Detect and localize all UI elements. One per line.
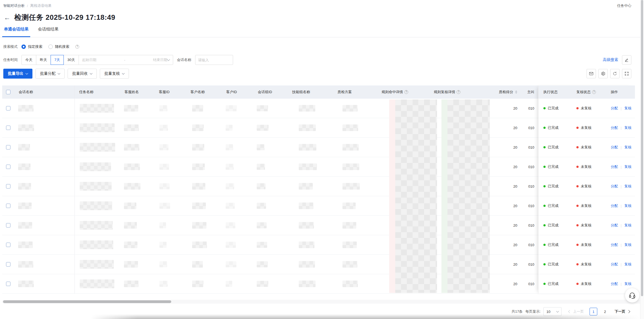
action-review-link[interactable]: 复核 [624,223,631,228]
cell-agent_name [120,196,154,215]
edit-button[interactable] [622,55,631,65]
task-center-link[interactable]: 任务中心 [617,3,631,8]
redacted-value [192,281,203,287]
prev-page-button[interactable]: 上一页 [569,309,584,314]
status-dot-success [543,224,546,226]
breadcrumb-item-root[interactable]: 智能对话分析 [3,3,25,8]
vertical-scrollbar-track[interactable] [640,0,644,319]
page-number-2[interactable]: 2 [601,308,609,315]
row-checkbox[interactable] [6,106,10,110]
radio-random-search[interactable]: 随机搜索 [48,44,69,49]
horizontal-scrollbar-track[interactable] [2,300,642,304]
time-preset-3[interactable]: 30天 [63,55,79,65]
tab-conversation-group-results[interactable]: 会话组结果 [38,27,59,37]
action-separator: | [621,223,621,228]
row-checkbox[interactable] [6,262,10,267]
fixed-table-row: 已完成未复核分配|复核 [538,235,635,255]
help-icon[interactable]: ? [457,90,460,94]
row-checkbox[interactable] [6,145,10,149]
action-review-link[interactable]: 复核 [624,262,631,267]
cell-qc_scheme [333,274,377,293]
action-assign-link[interactable]: 分配 [611,184,618,189]
support-fab-button[interactable] [625,288,639,303]
help-icon[interactable]: ? [404,90,408,94]
cell-conversation_group_id [253,118,288,137]
sort-icon[interactable] [515,90,517,94]
header-cell-conversation_group_id: 会话组ID [253,85,288,99]
row-checkbox[interactable] [6,126,10,130]
time-preset-0[interactable]: 今天 [21,55,36,65]
radio-specified-search[interactable]: 指定搜索 [21,44,42,49]
date-range-picker[interactable]: 起始日期 - 结束日期 [79,55,173,65]
qc-score-value: 20 [513,165,517,169]
advanced-search-link[interactable]: 高级搜索 [603,57,618,62]
cell-exec-status: 已完成 [538,145,571,150]
row-checkbox[interactable] [6,243,10,247]
batch-button-0[interactable]: 批量导出 [3,69,32,79]
vertical-scrollbar-thumb[interactable] [641,0,643,296]
action-review-link[interactable]: 复核 [624,203,631,208]
conversation-name-input[interactable] [195,55,233,65]
cell-customer_name [186,157,222,176]
horizontal-scrollbar-thumb[interactable] [3,300,171,303]
action-assign-link[interactable]: 分配 [611,203,618,208]
help-icon[interactable]: ? [75,45,79,49]
page-number-1[interactable]: 1 [590,308,597,315]
action-assign-link[interactable]: 分配 [611,164,618,169]
action-separator: | [621,126,621,130]
time-preset-1[interactable]: 昨天 [36,55,51,65]
action-assign-link[interactable]: 分配 [611,281,618,286]
status-dot-success [543,283,546,285]
radio-selected-icon[interactable] [21,45,26,49]
cell-customer_name [186,255,222,274]
fullscreen-button[interactable] [622,69,631,78]
row-checkbox[interactable] [6,223,10,228]
action-assign-link[interactable]: 分配 [611,125,618,130]
header-cell-conversation_name: 会话名称 [14,85,75,99]
cell-checkbox [2,138,14,157]
batch-button-2[interactable]: 批量回收 [68,69,97,79]
envelope-button[interactable] [587,69,596,78]
action-review-link[interactable]: 复核 [624,184,631,189]
table-tool-icons [587,69,631,78]
cell-customer_id [222,216,253,235]
cell-customer_id [222,274,253,293]
tabs-divider [0,37,644,37]
cell-customer_name [186,235,222,254]
cell-conversation_group_id [253,138,288,157]
column-label: 客服姓名 [125,90,139,95]
action-review-link[interactable]: 复核 [624,106,631,111]
help-icon[interactable]: ? [592,90,596,94]
gear-button[interactable] [598,69,608,78]
action-review-link[interactable]: 复核 [624,125,631,130]
action-assign-link[interactable]: 分配 [611,145,618,150]
back-arrow-icon[interactable]: ← [4,14,10,21]
page-size-select[interactable]: 10 [543,307,562,316]
tab-single-conversation-results[interactable]: 单通会话结果 [4,27,29,37]
next-page-button[interactable]: 下一页 [615,309,630,314]
action-assign-link[interactable]: 分配 [611,223,618,228]
select-all-checkbox[interactable] [6,90,10,94]
row-checkbox[interactable] [6,204,10,208]
cell-customer_name [186,118,222,137]
cell-qc_scheme [333,157,377,176]
row-checkbox[interactable] [6,184,10,188]
refresh-button[interactable] [610,69,620,78]
action-review-link[interactable]: 复核 [624,281,631,286]
batch-button-1[interactable]: 批量分配 [35,69,65,79]
action-assign-link[interactable]: 分配 [611,106,618,111]
action-assign-link[interactable]: 分配 [611,242,618,247]
action-review-link[interactable]: 复核 [624,242,631,247]
row-checkbox[interactable] [6,165,10,169]
cell-customer_id [222,99,253,118]
status-dot-danger [576,263,579,265]
action-review-link[interactable]: 复核 [624,145,631,150]
time-preset-2[interactable]: 7天 [51,55,64,65]
action-review-link[interactable]: 复核 [624,164,631,169]
exec-status-text: 已完成 [548,145,559,150]
radio-unselected-icon[interactable] [48,45,53,49]
action-assign-link[interactable]: 分配 [611,262,618,267]
cell-skill_group_name [288,99,333,118]
row-checkbox[interactable] [6,282,10,286]
batch-button-3[interactable]: 批量复核 [100,69,129,79]
